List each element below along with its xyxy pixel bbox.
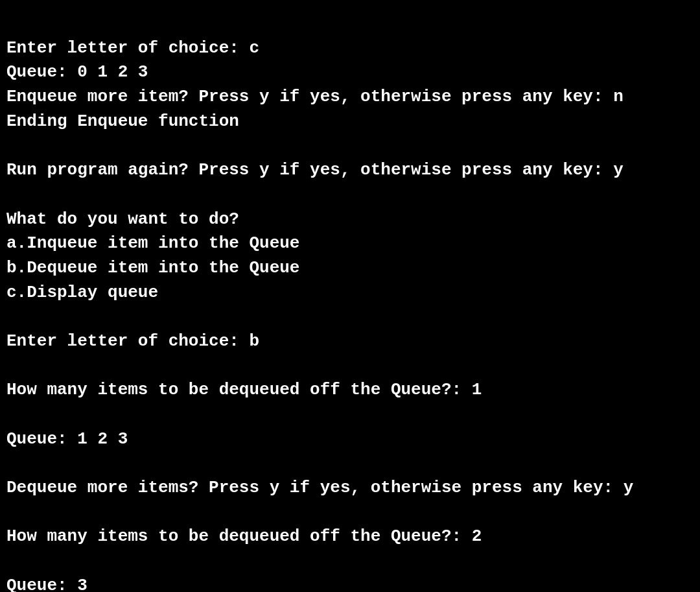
terminal-line: How many items to be dequeued off the Qu…: [6, 525, 694, 549]
terminal-line: How many items to be dequeued off the Qu…: [6, 378, 694, 403]
terminal-line: Ending Enqueue function: [6, 110, 694, 134]
terminal-line: Queue: 1 2 3: [6, 427, 694, 452]
terminal-line: What do you want to do?: [6, 207, 694, 232]
terminal-empty-line: [6, 451, 694, 476]
terminal-line: a.Inqueue item into the Queue: [6, 231, 694, 256]
terminal-empty-line: [6, 501, 694, 525]
terminal-empty-line: [6, 134, 694, 158]
terminal-line: Queue: 0 1 2 3: [6, 60, 694, 85]
terminal-line: Enter letter of choice: b: [6, 329, 694, 354]
terminal-empty-line: [6, 183, 694, 207]
terminal-empty-line: [6, 403, 694, 427]
terminal-output: Enter letter of choice: cQueue: 0 1 2 3E…: [0, 0, 700, 592]
terminal-empty-line: [6, 354, 694, 379]
terminal-line: Dequeue more items? Press y if yes, othe…: [6, 476, 694, 501]
terminal-line: c.Display queue: [6, 281, 694, 305]
terminal-line: Enter letter of choice: c: [6, 36, 694, 61]
terminal-line: Run program again? Press y if yes, other…: [6, 158, 694, 183]
terminal-empty-line: [6, 305, 694, 329]
terminal-line: Enqueue more item? Press y if yes, other…: [6, 85, 694, 110]
terminal-line: Queue: 3: [6, 574, 694, 592]
terminal-line: b.Dequeue item into the Queue: [6, 256, 694, 281]
terminal-empty-line: [6, 549, 694, 574]
